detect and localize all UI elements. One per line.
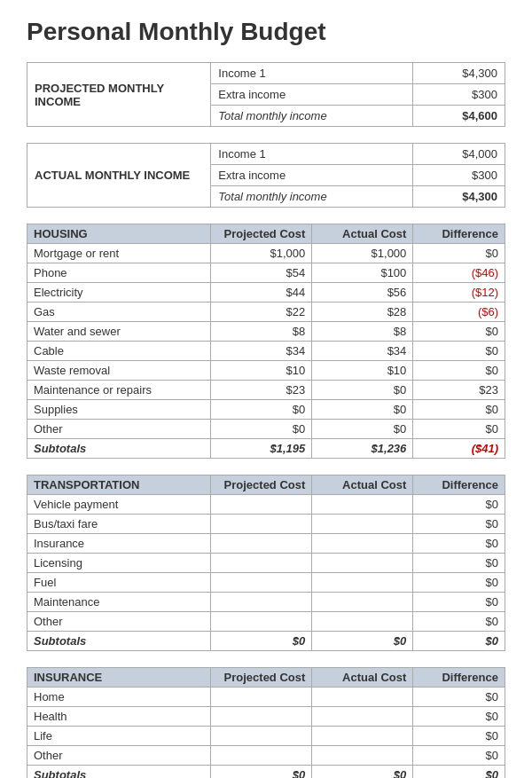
col-header-actual: Actual Cost: [312, 224, 413, 244]
budget-row-difference: $0: [413, 322, 505, 342]
transportation-table: TRANSPORTATIONProjected CostActual CostD…: [27, 475, 505, 651]
budget-row-difference: $0: [413, 573, 505, 593]
budget-row-actual: $100: [312, 263, 413, 283]
budget-subtotal-actual: $1,236: [312, 439, 413, 459]
budget-row-projected: $0: [211, 420, 312, 439]
budget-row-actual: $10: [312, 361, 413, 381]
page-title: Personal Monthly Budget: [27, 18, 505, 46]
budget-row-name: Vehicle payment: [27, 495, 211, 515]
budget-row-name: Gas: [27, 303, 211, 322]
budget-row-projected: $44: [211, 283, 312, 303]
budget-row-name: Phone: [27, 263, 211, 283]
budget-row-actual: $28: [312, 303, 413, 322]
budget-row-projected: $23: [211, 381, 312, 400]
budget-row-projected: [211, 727, 312, 746]
budget-subtotal-difference: $0: [413, 632, 505, 651]
budget-row-projected: [211, 495, 312, 515]
budget-row-actual: $34: [312, 342, 413, 361]
budget-row-projected: [211, 573, 312, 593]
budget-section-label: TRANSPORTATION: [27, 475, 211, 495]
budget-row-actual: $56: [312, 283, 413, 303]
budget-row-difference: ($46): [413, 263, 505, 283]
budget-subtotal-actual: $0: [312, 766, 413, 779]
budget-row-actual: [312, 746, 413, 766]
income-row-name: Extra income: [211, 84, 413, 106]
budget-row-name: Other: [27, 420, 211, 439]
actual-income-table: ACTUAL MONTHLY INCOMEIncome 1$4,000Extra…: [27, 143, 505, 208]
budget-subtotal-difference: ($41): [413, 439, 505, 459]
budget-row-actual: [312, 515, 413, 534]
budget-row-name: Waste removal: [27, 361, 211, 381]
budget-row-projected: $22: [211, 303, 312, 322]
budget-row-difference: $0: [413, 244, 505, 263]
budget-row-name: Electricity: [27, 283, 211, 303]
income-row-name: Total monthly income: [211, 186, 413, 208]
budget-subtotal-difference: $0: [413, 766, 505, 779]
budget-row-projected: [211, 534, 312, 554]
budget-row-projected: [211, 515, 312, 534]
budget-row-actual: [312, 727, 413, 746]
budget-row-projected: [211, 707, 312, 727]
budget-row-actual: $0: [312, 381, 413, 400]
transportation-section: TRANSPORTATIONProjected CostActual CostD…: [27, 475, 505, 651]
budget-row-name: Mortgage or rent: [27, 244, 211, 263]
col-header-projected: Projected Cost: [211, 668, 312, 688]
income-row-name: Income 1: [211, 144, 413, 165]
budget-row-name: Maintenance or repairs: [27, 381, 211, 400]
budget-row-projected: $8: [211, 322, 312, 342]
budget-section-label: INSURANCE: [27, 668, 211, 688]
budget-row-name: Health: [27, 707, 211, 727]
budget-subtotal-name: Subtotals: [27, 766, 211, 779]
budget-row-name: Fuel: [27, 573, 211, 593]
projected-income-section: PROJECTED MONTHLY INCOMEIncome 1$4,300Ex…: [27, 62, 505, 127]
budget-row-projected: $34: [211, 342, 312, 361]
insurance-table: INSURANCEProjected CostActual CostDiffer…: [27, 667, 505, 778]
budget-row-projected: [211, 612, 312, 632]
budget-subtotal-projected: $0: [211, 766, 312, 779]
budget-row-projected: [211, 688, 312, 707]
budget-row-difference: $0: [413, 534, 505, 554]
budget-row-actual: [312, 707, 413, 727]
income-row-value: $4,300: [413, 63, 505, 84]
budget-row-difference: $0: [413, 495, 505, 515]
budget-row-difference: ($6): [413, 303, 505, 322]
budget-row-name: Maintenance: [27, 593, 211, 612]
budget-subtotal-name: Subtotals: [27, 632, 211, 651]
budget-row-actual: $0: [312, 400, 413, 420]
budget-row-difference: $0: [413, 420, 505, 439]
budget-subtotal-projected: $0: [211, 632, 312, 651]
income-row-name: Income 1: [211, 63, 413, 84]
budget-row-difference: $0: [413, 612, 505, 632]
budget-row-difference: $23: [413, 381, 505, 400]
budget-row-actual: [312, 593, 413, 612]
budget-row-projected: $54: [211, 263, 312, 283]
budget-row-difference: $0: [413, 400, 505, 420]
col-header-actual: Actual Cost: [312, 668, 413, 688]
budget-row-difference: $0: [413, 746, 505, 766]
income-row-name: Extra income: [211, 165, 413, 186]
budget-row-difference: ($12): [413, 283, 505, 303]
budget-row-name: Insurance: [27, 534, 211, 554]
col-header-projected: Projected Cost: [211, 224, 312, 244]
budget-row-actual: [312, 554, 413, 573]
budget-row-actual: $8: [312, 322, 413, 342]
income-row-name: Total monthly income: [211, 106, 413, 127]
budget-row-projected: [211, 554, 312, 573]
col-header-actual: Actual Cost: [312, 475, 413, 495]
budget-row-actual: [312, 612, 413, 632]
budget-row-projected: $10: [211, 361, 312, 381]
budget-row-name: Cable: [27, 342, 211, 361]
housing-section: HOUSINGProjected CostActual CostDifferen…: [27, 224, 505, 459]
income-section-label: ACTUAL MONTHLY INCOME: [27, 144, 211, 208]
income-row-value: $4,300: [413, 186, 505, 208]
budget-subtotal-name: Subtotals: [27, 439, 211, 459]
income-section-label: PROJECTED MONTHLY INCOME: [27, 63, 211, 127]
budget-row-name: Licensing: [27, 554, 211, 573]
budget-row-name: Other: [27, 746, 211, 766]
budget-row-projected: $0: [211, 400, 312, 420]
income-row-value: $4,600: [413, 106, 505, 127]
col-header-difference: Difference: [413, 475, 505, 495]
budget-row-difference: $0: [413, 342, 505, 361]
income-row-value: $300: [413, 165, 505, 186]
insurance-section: INSURANCEProjected CostActual CostDiffer…: [27, 667, 505, 778]
